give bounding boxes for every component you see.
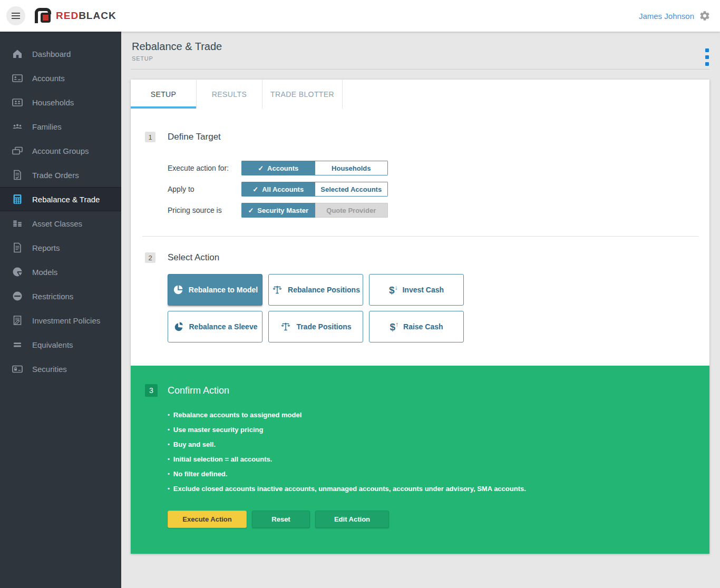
option-accounts[interactable]: ✓Accounts: [241, 161, 315, 175]
apply-to-toggle: ✓All Accounts Selected Accounts: [241, 182, 388, 197]
balance-scale-icon: [271, 284, 283, 296]
sidebar: Dashboard Accounts Households Families A…: [0, 32, 121, 588]
sidebar-item-reports[interactable]: Reports: [0, 236, 121, 260]
confirm-bullet: No filter defined.: [168, 467, 709, 482]
reset-button[interactable]: Reset: [252, 511, 310, 528]
option-households[interactable]: Households: [315, 161, 388, 175]
tab-bar: SETUP RESULTS TRADE BLOTTER: [131, 80, 709, 109]
option-security-master[interactable]: ✓Security Master: [241, 203, 315, 218]
tab-setup[interactable]: SETUP: [131, 80, 197, 109]
content-panel: SETUP RESULTS TRADE BLOTTER 1 Define Tar…: [131, 80, 709, 554]
action-rebalance-positions[interactable]: Rebalance Positions: [268, 274, 363, 306]
sidebar-item-accounts[interactable]: Accounts: [0, 66, 121, 90]
select-action-heading: Select Action: [168, 252, 219, 263]
apply-to-row: Apply to ✓All Accounts Selected Accounts: [168, 182, 709, 197]
action-grid: Rebalance to Model Rebalance Positions $…: [131, 274, 709, 366]
confirm-bullet: Buy and sell.: [168, 437, 709, 452]
check-icon: ✓: [258, 164, 264, 172]
confirm-bullet: Exclude closed accounts inactive account…: [168, 482, 709, 496]
tab-trade-blotter[interactable]: TRADE BLOTTER: [262, 80, 343, 109]
execute-action-button[interactable]: Execute Action: [168, 511, 247, 528]
confirm-summary-list: Rebalance accounts to assigned model Use…: [145, 408, 709, 496]
people-group-icon: [11, 120, 24, 133]
check-icon: ✓: [248, 207, 254, 214]
no-entry-icon: [11, 290, 24, 302]
sidebar-item-families[interactable]: Families: [0, 114, 121, 139]
step-1-badge: 1: [145, 132, 155, 142]
sidebar-item-investment-policies[interactable]: Investment Policies: [0, 308, 121, 332]
pie-chart-icon: [172, 284, 184, 296]
tab-results[interactable]: RESULTS: [197, 80, 262, 109]
household-card-icon: [11, 96, 24, 109]
step-2-badge: 2: [145, 252, 155, 263]
sidebar-item-rebalance-trade[interactable]: Rebalance & Trade: [0, 187, 121, 211]
option-selected-accounts[interactable]: Selected Accounts: [315, 182, 388, 197]
confirm-bullet: Rebalance accounts to assigned model: [168, 408, 709, 423]
select-action-section: 2 Select Action Rebalance to Model Rebal…: [131, 237, 709, 366]
confirm-action-section: 3 Confirm Action Rebalance accounts to a…: [131, 366, 709, 554]
sidebar-item-securities[interactable]: Securities: [0, 357, 121, 381]
settings-gear-icon[interactable]: [699, 10, 711, 22]
sidebar-item-dashboard[interactable]: Dashboard: [0, 42, 121, 66]
sidebar-item-restrictions[interactable]: Restrictions: [0, 284, 121, 308]
coin-stacks-icon: [11, 217, 24, 230]
confirm-buttons-row: Execute Action Reset Edit Action: [145, 511, 709, 528]
page-header: Rebalance & Trade SETUP: [131, 32, 709, 70]
balance-scale-icon: [280, 321, 291, 332]
redblack-logo-icon: [34, 7, 52, 25]
stacked-cards-icon: [11, 144, 24, 157]
action-invest-cash[interactable]: $↓ Invest Cash: [369, 274, 464, 306]
step-3-badge: 3: [145, 384, 158, 397]
action-trade-positions[interactable]: Trade Positions: [268, 311, 363, 342]
policy-document-icon: [11, 314, 24, 327]
calculator-icon: [11, 193, 24, 205]
dollar-down-icon: $↓: [389, 285, 398, 295]
document-check-icon: [11, 169, 24, 181]
pie-chart-icon: [11, 266, 24, 278]
report-document-icon: [11, 241, 24, 254]
home-icon: [11, 47, 24, 60]
secure-card-icon: [11, 362, 24, 375]
account-card-icon: [11, 72, 24, 84]
brand-text: REDBLACK: [56, 10, 116, 22]
pricing-source-toggle: ✓Security Master Quote Provider: [241, 203, 388, 218]
brand-logo: REDBLACK: [34, 7, 116, 25]
row-label: Pricing source is: [168, 206, 241, 214]
action-rebalance-to-model[interactable]: Rebalance to Model: [168, 274, 262, 306]
kebab-menu-icon[interactable]: [705, 48, 709, 66]
execute-action-for-row: Execute action for: ✓Accounts Households: [168, 161, 709, 175]
sidebar-item-trade-orders[interactable]: Trade Orders: [0, 163, 121, 187]
row-label: Apply to: [168, 185, 241, 193]
define-target-heading: Define Target: [168, 132, 221, 142]
execute-for-toggle: ✓Accounts Households: [241, 161, 388, 175]
row-label: Execute action for:: [168, 164, 241, 172]
sidebar-item-account-groups[interactable]: Account Groups: [0, 139, 121, 163]
action-raise-cash[interactable]: $↑ Raise Cash: [369, 311, 464, 342]
sidebar-item-models[interactable]: Models: [0, 260, 121, 284]
dollar-up-icon: $↑: [390, 322, 398, 332]
confirm-action-heading: Confirm Action: [168, 385, 229, 396]
user-menu[interactable]: James Johnson: [639, 12, 694, 21]
main-content: Rebalance & Trade SETUP SETUP RESULTS TR…: [121, 32, 720, 588]
sidebar-item-asset-classes[interactable]: Asset Classes: [0, 211, 121, 236]
menu-button[interactable]: [6, 6, 25, 25]
pricing-source-row: Pricing source is ✓Security Master Quote…: [168, 203, 709, 218]
page-title: Rebalance & Trade: [132, 40, 709, 53]
check-icon: ✓: [252, 185, 258, 193]
option-all-accounts[interactable]: ✓All Accounts: [241, 182, 315, 197]
confirm-bullet: Use master security pricing: [168, 423, 709, 437]
edit-action-button[interactable]: Edit Action: [315, 511, 389, 528]
define-target-section: 1 Define Target Execute action for: ✓Acc…: [131, 109, 709, 218]
top-bar: REDBLACK James Johnson: [0, 0, 720, 32]
sidebar-item-equivalents[interactable]: Equivalents: [0, 332, 121, 357]
action-rebalance-a-sleeve[interactable]: Rebalance a Sleeve: [168, 311, 262, 342]
confirm-bullet: Initial selection = all accounts.: [168, 452, 709, 467]
sidebar-item-households[interactable]: Households: [0, 90, 121, 114]
option-quote-provider[interactable]: Quote Provider: [315, 203, 388, 218]
pie-slice-icon: [173, 321, 184, 332]
page-subtitle: SETUP: [132, 55, 709, 63]
equals-icon: [11, 338, 24, 351]
